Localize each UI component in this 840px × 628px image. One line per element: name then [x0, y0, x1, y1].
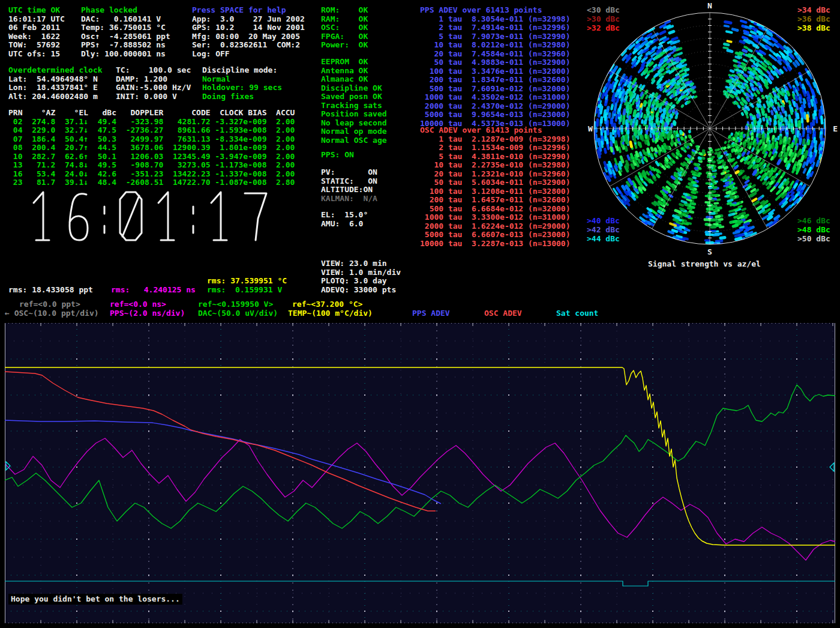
- grid-node: [508, 358, 509, 360]
- grid-node: [364, 466, 365, 468]
- gps-flags-block: EEPROM OK Antenna OK Almanac OK Discipli…: [321, 58, 387, 145]
- compass-label: S: [707, 247, 712, 255]
- grid-node: [436, 575, 437, 576]
- grid-node: [580, 503, 581, 504]
- grid-node: [292, 394, 293, 396]
- grid-node: [220, 394, 221, 396]
- grid-node: [652, 394, 653, 396]
- grid-node: [436, 394, 437, 396]
- sat-table-rows: 02 274.8 37.1↓ 49.4 -323.98 4281.72 -3.3…: [8, 118, 295, 187]
- compass-label: W: [588, 124, 593, 133]
- grid-node: [796, 611, 797, 612]
- grid-node: [220, 430, 221, 432]
- grid-node: [724, 358, 725, 360]
- oscillator-block: DAC: 0.160141 V Temp: 36.750015 °C Osc↑ …: [81, 15, 170, 59]
- grid-node: [148, 394, 149, 396]
- hardware-status-block: ROM: OK RAM: OK OSC: OK FPGA: OK Power: …: [321, 6, 368, 50]
- phase-status-title: Phase locked: [81, 6, 137, 15]
- grid-node: [796, 539, 797, 540]
- grid-node: [364, 503, 365, 504]
- grid-node: [580, 358, 581, 360]
- osc-adev-plot-label: OSC ADEV: [484, 309, 522, 318]
- position-block: Lat: 54.4964948° N Lon: 18.4337841° E Al…: [8, 75, 98, 101]
- grid-node: [652, 430, 653, 432]
- grid-node: [220, 503, 221, 504]
- az-el-signal-map: NSWE: [585, 0, 840, 255]
- sat-count-plot-label: Sat count: [556, 309, 598, 318]
- grid-node: [508, 575, 509, 576]
- grid-node: [796, 466, 797, 468]
- grid-node: [652, 503, 653, 504]
- dac-scale-label: DAC~(50.0 uV/div): [198, 309, 278, 318]
- grid-node: [796, 394, 797, 396]
- grid-node: [76, 503, 77, 504]
- grid-node: [292, 539, 293, 540]
- grid-node: [148, 611, 149, 612]
- pps-ref-label: ref=<0.0 ns>: [110, 300, 166, 309]
- osc-adev-title: OSC ADEV over 61413 points: [420, 126, 542, 135]
- grid-node: [364, 575, 365, 576]
- grid-node: [220, 575, 221, 576]
- kalman-status: KALMAN: N/A: [321, 195, 377, 204]
- sat-table-header: PRN °AZ °EL dBc DOPPLER CODE CLOCK BIAS …: [8, 109, 295, 118]
- grid-node: [76, 611, 77, 612]
- grid-node: [148, 575, 149, 576]
- grid-node: [364, 611, 365, 612]
- grid-node: [292, 358, 293, 360]
- grid-node: [292, 466, 293, 468]
- loop-params-block: TC: 100.0 sec DAMP: 1.200 GAIN:-5.000 Hz…: [116, 66, 191, 101]
- grid-node: [508, 503, 509, 504]
- grid-node: [220, 466, 221, 468]
- grid-node: [76, 466, 77, 468]
- pps-status: PPS: ON: [321, 151, 354, 160]
- grid-node: [724, 394, 725, 396]
- utc-time-block: 16:01:17 UTC 06 Feb 2011 Week: 1622 TOW:…: [8, 15, 65, 59]
- plot-background: [5, 323, 835, 623]
- grid-node: [364, 394, 365, 396]
- discipline-mode-block: Normal Holdover: 99 secs Doing fixes: [202, 75, 282, 101]
- grid-node: [364, 358, 365, 360]
- grid-node: [508, 539, 509, 540]
- grid-node: [724, 503, 725, 504]
- grid-node: [148, 430, 149, 432]
- osc-scale-label: ← OSC~(10.0 ppt/div): [5, 309, 99, 318]
- status-message: Hope you didn't bet on the losers...: [8, 594, 182, 605]
- grid-node: [652, 611, 653, 612]
- grid-node: [220, 358, 221, 360]
- temp-scale-label: TEMP~(100 m°C/div): [288, 309, 373, 318]
- grid-node: [436, 466, 437, 468]
- grid-node: [148, 503, 149, 504]
- version-block: App: 3.0 27 Jun 2002 GPS: 10.2 14 Nov 20…: [192, 15, 305, 59]
- grid-node: [724, 466, 725, 468]
- grid-node: [652, 466, 653, 468]
- grid-node: [652, 358, 653, 360]
- clock-mode-title: Overdetermined clock: [8, 66, 103, 75]
- rms-osc: rms: 18.433058 ppt: [8, 286, 93, 295]
- grid-node: [436, 358, 437, 360]
- grid-node: [436, 503, 437, 504]
- grid-node: [652, 539, 653, 540]
- grid-node: [724, 430, 725, 432]
- osc-adev-table: 1 tau 2.1287e-009 (n=32998) 2 tau 1.1534…: [420, 135, 570, 249]
- grid-node: [292, 430, 293, 432]
- utc-status-title: UTC time OK: [8, 6, 60, 15]
- compass-label: N: [707, 1, 712, 10]
- grid-node: [220, 611, 221, 612]
- pps-adev-title: PPS ADEV over 61413 points: [420, 6, 542, 15]
- grid-node: [796, 575, 797, 576]
- polar-caption: Signal strength vs az/el: [648, 260, 761, 269]
- grid-node: [580, 430, 581, 432]
- strip-chart-plot-area[interactable]: [5, 323, 836, 626]
- grid-node: [796, 503, 797, 504]
- pps-adev-table: 1 tau 8.3054e-011 (n=32998) 2 tau 7.4914…: [420, 15, 570, 128]
- grid-node: [148, 358, 149, 360]
- osc-ref-label: ref=<0.0 ppt>: [19, 300, 80, 309]
- temp-ref-label: ref~<37.200 °C>: [292, 300, 362, 309]
- grid-node: [724, 539, 725, 540]
- rms-pps: rms: 4.240125 ns: [111, 286, 196, 295]
- grid-node: [148, 466, 149, 468]
- grid-node: [508, 466, 509, 468]
- help-hint: Press SPACE for help: [192, 6, 286, 15]
- discipline-mode-title: Discipline mode:: [202, 66, 277, 75]
- grid-node: [436, 539, 437, 540]
